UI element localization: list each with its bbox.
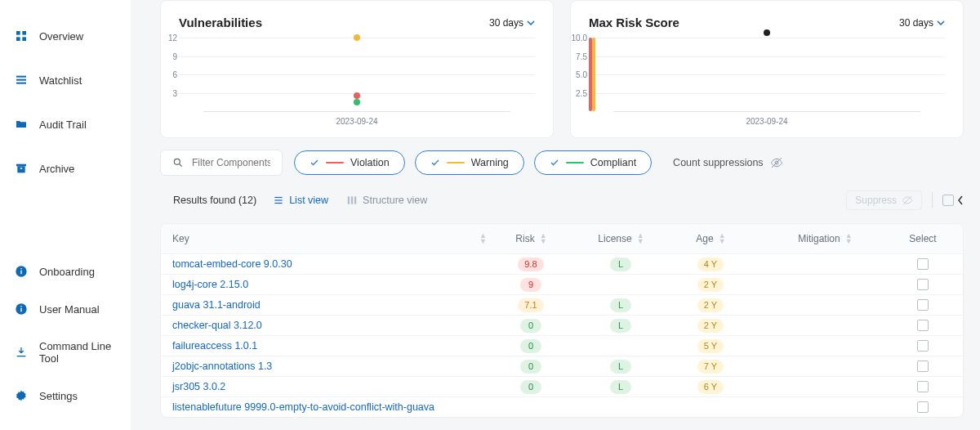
row-checkbox[interactable]: [917, 279, 929, 290]
filter-components-input-wrapper[interactable]: [160, 150, 283, 176]
col-license[interactable]: License▲▼: [576, 233, 666, 244]
svg-rect-9: [20, 168, 23, 168]
sort-icon: ▲▼: [845, 233, 852, 244]
age-badge: 5 Y: [697, 339, 724, 353]
col-mitigation[interactable]: Mitigation▲▼: [755, 233, 894, 244]
sidebar-item-overview[interactable]: Overview: [0, 21, 131, 51]
info-icon: [15, 302, 28, 316]
svg-rect-25: [348, 196, 350, 204]
collapse-all-toggle[interactable]: [942, 195, 964, 206]
vulnerabilities-title: Vulnerabilities: [179, 16, 262, 29]
list-icon: [15, 74, 28, 87]
col-key[interactable]: Key▲▼: [172, 233, 486, 244]
sidebar-item-label: Watchlist: [39, 74, 82, 87]
sidebar-item-watchlist[interactable]: Watchlist: [0, 65, 131, 95]
filters-row: ViolationWarningCompliant Count suppress…: [160, 150, 964, 176]
vulnerabilities-card: Vulnerabilities 30 days 129632023-09-24: [160, 0, 554, 138]
col-risk[interactable]: Risk▲▼: [486, 233, 576, 244]
svg-rect-15: [20, 306, 21, 307]
age-badge: 2 Y: [697, 298, 724, 312]
components-table: Key▲▼ Risk▲▼ License▲▼ Age▲▼ Mitigation▲…: [160, 223, 964, 418]
filter-pill-compliant[interactable]: Compliant: [534, 150, 652, 175]
folder-icon: [15, 118, 28, 131]
table-header: Key▲▼ Risk▲▼ License▲▼ Age▲▼ Mitigation▲…: [161, 224, 963, 253]
max-risk-title: Max Risk Score: [589, 16, 679, 29]
col-age[interactable]: Age▲▼: [666, 233, 755, 244]
list-view-toggle[interactable]: List view: [273, 195, 328, 206]
main-content: Vulnerabilities 30 days 129632023-09-24 …: [131, 0, 980, 430]
component-key-link[interactable]: listenablefuture 9999.0-empty-to-avoid-c…: [172, 401, 434, 413]
info-icon: [15, 265, 28, 278]
table-row: log4j-core 2.15.092 Y: [161, 274, 963, 294]
risk-badge: 0: [520, 319, 541, 333]
component-key-link[interactable]: log4j-core 2.15.0: [172, 279, 248, 290]
vulnerabilities-chart: 129632023-09-24: [179, 38, 535, 126]
row-checkbox[interactable]: [917, 299, 929, 311]
sidebar-item-onboarding[interactable]: Onboarding: [0, 257, 131, 286]
grid-icon: [15, 29, 28, 43]
table-row: failureaccess 1.0.105 Y: [161, 335, 963, 356]
license-badge: L: [610, 360, 631, 374]
legend-line: [326, 162, 344, 163]
eye-off-icon: [902, 195, 913, 206]
row-checkbox[interactable]: [917, 381, 929, 392]
x-axis-label: 2023-09-24: [336, 117, 377, 126]
divider: [932, 192, 933, 208]
svg-rect-4: [16, 76, 26, 78]
component-key-link[interactable]: jsr305 3.0.2: [172, 381, 225, 392]
max-risk-chart: 10.07.55.02.52023-09-24: [589, 38, 945, 126]
sidebar-item-archive[interactable]: Archive: [0, 154, 131, 183]
row-checkbox[interactable]: [917, 320, 929, 331]
svg-rect-1: [22, 31, 26, 35]
vulnerabilities-period-selector[interactable]: 30 days: [489, 17, 535, 29]
sidebar-item-label: Onboarding: [39, 266, 95, 278]
svg-rect-0: [16, 31, 20, 35]
svg-rect-27: [354, 196, 356, 204]
svg-rect-12: [20, 268, 21, 269]
svg-rect-16: [17, 356, 26, 356]
risk-badge: 0: [520, 380, 541, 394]
age-badge: 4 Y: [697, 258, 724, 271]
component-key-link[interactable]: failureaccess 1.0.1: [172, 340, 257, 352]
component-key-link[interactable]: checker-qual 3.12.0: [172, 320, 262, 331]
row-checkbox[interactable]: [917, 258, 929, 270]
sidebar-item-user-manual[interactable]: User Manual: [0, 294, 131, 324]
risk-badge: 0: [520, 339, 541, 353]
svg-rect-3: [22, 37, 26, 41]
row-checkbox[interactable]: [917, 361, 929, 372]
license-badge: L: [610, 258, 631, 271]
structure-view-toggle[interactable]: Structure view: [346, 195, 427, 206]
list-icon: [273, 195, 284, 206]
sort-icon: ▲▼: [540, 233, 546, 244]
chart-point: [354, 92, 360, 99]
filter-components-input[interactable]: [192, 157, 270, 168]
svg-point-18: [174, 159, 180, 164]
component-key-link[interactable]: guava 31.1-android: [172, 299, 261, 311]
legend-line: [566, 162, 584, 163]
chart-point: [764, 29, 770, 36]
row-checkbox[interactable]: [917, 340, 929, 352]
row-checkbox[interactable]: [917, 401, 929, 413]
sidebar-item-audit-trail[interactable]: Audit Trail: [0, 110, 131, 139]
license-badge: L: [610, 298, 631, 312]
count-suppressions-toggle[interactable]: Count suppressions: [663, 150, 792, 175]
sidebar-item-settings[interactable]: Settings: [0, 381, 131, 410]
sort-icon: ▲▼: [479, 233, 486, 244]
max-risk-period-selector[interactable]: 30 days: [899, 17, 945, 29]
risk-badge: 9: [520, 278, 541, 292]
table-row: checker-qual 3.12.00L2 Y: [161, 315, 963, 335]
sidebar-item-command-line-tool[interactable]: Command Line Tool: [0, 332, 131, 373]
age-badge: 2 Y: [697, 319, 724, 333]
filter-pill-warning[interactable]: Warning: [415, 150, 524, 175]
filter-pill-violation[interactable]: Violation: [294, 150, 405, 175]
suppress-button[interactable]: Suppress: [846, 190, 922, 210]
license-badge: L: [610, 319, 631, 333]
chevron-down-icon: [527, 19, 535, 27]
check-icon: [550, 158, 559, 168]
search-icon: [172, 157, 184, 168]
component-key-link[interactable]: tomcat-embed-core 9.0.30: [172, 258, 292, 270]
svg-rect-26: [351, 196, 353, 204]
svg-line-19: [180, 164, 182, 167]
component-key-link[interactable]: j2objc-annotations 1.3: [172, 361, 272, 372]
filter-pill-label: Compliant: [590, 157, 636, 168]
